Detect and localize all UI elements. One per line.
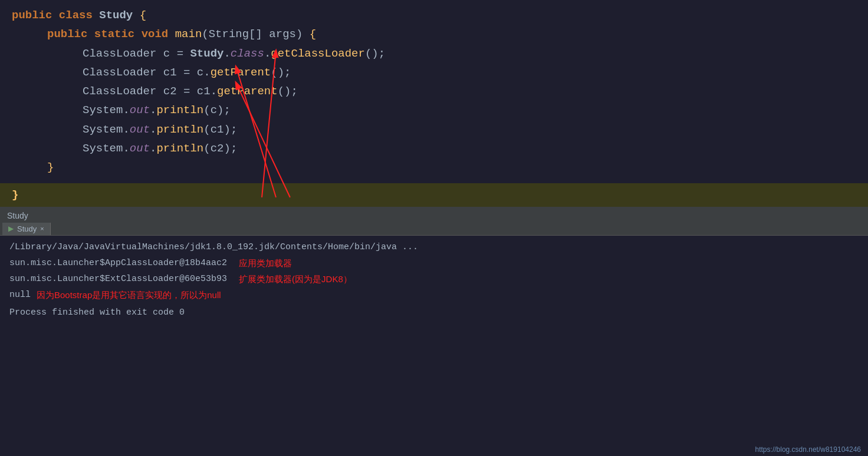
code-editor: public class Study { public static void …: [0, 0, 868, 207]
console-path-line: /Library/Java/JavaVirtualMachines/jdk1.8…: [9, 239, 859, 255]
process-finished-text: Process finished with exit code 0: [9, 308, 185, 318]
url-text: https://blog.csdn.net/w819104246: [755, 445, 861, 454]
console-output3-text: null: [9, 287, 31, 303]
code-line-3: ClassLoader c = Study.class.getClassLoad…: [12, 44, 868, 63]
console-path-text: /Library/Java/JavaVirtualMachines/jdk1.8…: [9, 239, 418, 255]
console-output-line3: null 因为Bootstrap是用其它语言实现的，所以为null: [9, 287, 859, 303]
console-output: /Library/Java/JavaVirtualMachines/jdk1.8…: [0, 236, 868, 456]
code-line-1: public class Study {: [12, 6, 868, 25]
ide-container: public class Study { public static void …: [0, 0, 868, 456]
closing-brace-line: }: [0, 183, 868, 207]
run-tab-label: Study: [17, 224, 37, 233]
code-line-6: System.out.println(c);: [12, 101, 868, 120]
code-area: public class Study { public static void …: [0, 0, 868, 183]
code-line-9: }: [12, 158, 868, 177]
run-tab-bar: ▶ Study ×: [0, 223, 868, 236]
code-line-5: ClassLoader c2 = c1.getParent();: [12, 82, 868, 101]
run-label-bar: Study: [0, 209, 868, 223]
console-output2-text: sun.misc.Launcher$ExtClassLoader@60e53b9…: [9, 271, 227, 287]
console-output-line1: sun.misc.Launcher$AppClassLoader@18b4aac…: [9, 255, 859, 271]
console-output1-text: sun.misc.Launcher$AppClassLoader@18b4aac…: [9, 255, 227, 271]
annotation1-text: 应用类加载器: [239, 255, 292, 271]
code-line-10: }: [12, 186, 868, 204]
process-finished-line: Process finished with exit code 0: [9, 308, 859, 318]
code-line-7: System.out.println(c1);: [12, 120, 868, 139]
run-tab-icon: ▶: [8, 224, 14, 233]
run-tab-close[interactable]: ×: [40, 225, 44, 232]
code-line-8: System.out.println(c2);: [12, 139, 868, 158]
run-tab-study[interactable]: ▶ Study ×: [2, 223, 51, 235]
code-line-2: public static void main(String[] args) {: [12, 25, 868, 44]
bottom-url: https://blog.csdn.net/w819104246: [755, 445, 861, 454]
console-output-line2: sun.misc.Launcher$ExtClassLoader@60e53b9…: [9, 271, 859, 287]
annotation3-text: 因为Bootstrap是用其它语言实现的，所以为null: [37, 287, 221, 303]
code-line-4: ClassLoader c1 = c.getParent();: [12, 63, 868, 82]
run-label-text: Study: [7, 211, 28, 220]
annotation2-text: 扩展类加载器(因为是JDK8）: [239, 271, 352, 287]
